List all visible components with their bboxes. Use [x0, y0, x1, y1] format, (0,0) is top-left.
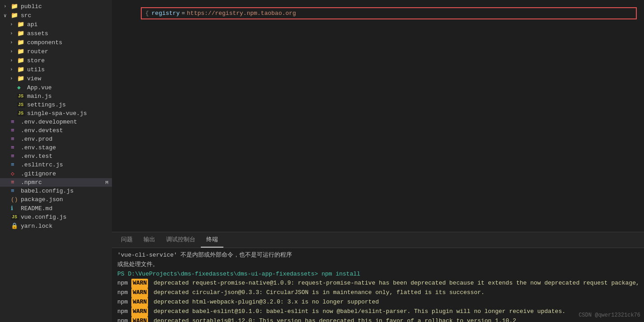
warn-text: deprecated html-webpack-plugin@3.2.0: 3.…: [150, 298, 379, 307]
curly-brace: {: [145, 10, 149, 17]
sidebar-item-label: single-spa-vue.js: [27, 110, 87, 117]
chevron-right-icon: ›: [10, 31, 17, 36]
npm-prefix: npm: [117, 279, 131, 288]
vue-icon: ◆: [17, 84, 25, 91]
sidebar-item-label: view: [27, 75, 41, 82]
folder-icon: 📁: [11, 3, 19, 10]
terminal-tab-debug-console[interactable]: 调试控制台: [161, 232, 201, 248]
sidebar-item-.env.prod[interactable]: ≡.env.prod: [0, 135, 112, 143]
sidebar-item-label: .env.test: [21, 153, 52, 160]
sidebar-item-label: settings.js: [27, 101, 66, 108]
modified-badge: M: [105, 180, 108, 185]
registry-value: https://registry.npm.taobao.org: [187, 10, 296, 17]
sidebar-item-.gitignore[interactable]: ◇.gitignore: [0, 169, 112, 178]
sidebar-item-main.js[interactable]: JSmain.js: [0, 92, 112, 101]
warn-label: WARN: [131, 317, 148, 322]
registry-block: { registry = https://registry.npm.taobao…: [141, 7, 637, 19]
chevron-right-icon: ›: [10, 58, 17, 63]
sidebar-item-label: assets: [27, 30, 48, 37]
npm-prefix: npm: [117, 307, 131, 317]
terminal-line: npm WARN deprecated html-webpack-plugin@…: [117, 298, 639, 307]
terminal-line: 或批处理文件。: [117, 260, 639, 270]
sidebar-item-store[interactable]: ›📁store: [0, 56, 112, 65]
npm-prefix: npm: [117, 317, 131, 322]
sidebar-item-.env.stage[interactable]: ≡.env.stage: [0, 143, 112, 152]
terminal-line: npm WARN deprecated request-promise-nati…: [117, 279, 639, 288]
config-icon: ≡: [11, 188, 19, 194]
sidebar-item-label: yarn.lock: [21, 223, 52, 230]
npmrc-icon: ≡: [11, 179, 19, 186]
sidebar-item-label: .npmrc: [21, 179, 42, 186]
sidebar-item-.env.devtest[interactable]: ≡.env.devtest: [0, 126, 112, 135]
warn-text: deprecated circular-json@0.3.3: Circular…: [150, 288, 484, 298]
sidebar-item-label: router: [27, 48, 48, 55]
readme-icon: ℹ: [11, 205, 19, 212]
warn-text: deprecated request-promise-native@1.0.9:…: [150, 279, 639, 288]
sidebar-item-public[interactable]: ›📁public: [0, 2, 112, 11]
sidebar-item-.env.test[interactable]: ≡.env.test: [0, 152, 112, 161]
sidebar-item-label: .eslintrc.js: [21, 161, 63, 168]
sidebar-item-label: .env.stage: [21, 144, 56, 151]
sidebar-item-App.vue[interactable]: ◆App.vue: [0, 83, 112, 92]
chevron-right-icon: ›: [10, 49, 17, 54]
sidebar-item-label: src: [21, 12, 31, 19]
terminal-tab-output[interactable]: 输出: [138, 232, 161, 248]
folder-icon: 📁: [17, 21, 25, 28]
js-icon: JS: [17, 102, 25, 108]
sidebar-item-yarn.lock[interactable]: 🔒yarn.lock: [0, 221, 112, 230]
sidebar-item-label: components: [27, 39, 62, 46]
sidebar-item-babel.config.js[interactable]: ≡babel.config.js: [0, 187, 112, 195]
terminal-panel: 问题输出调试控制台终端 'vue-cli-service' 不是内部或外部命令，…: [112, 232, 644, 322]
sidebar-item-router[interactable]: ›📁router: [0, 47, 112, 56]
editor-area: { registry = https://registry.npm.taobao…: [112, 0, 644, 232]
sidebar-item-label: vue.config.js: [21, 214, 66, 221]
chevron-down-icon: ∨: [4, 13, 11, 18]
watermark: CSDN @qwer12321ck76: [579, 312, 640, 318]
yarn-icon: 🔒: [11, 222, 19, 230]
main-content: { registry = https://registry.npm.taobao…: [112, 0, 644, 322]
folder-icon: 📁: [17, 57, 25, 64]
sidebar-item-view[interactable]: ›📁view: [0, 74, 112, 83]
terminal-line: 'vue-cli-service' 不是内部或外部命令，也不是可运行的程序: [117, 251, 639, 260]
chevron-right-icon: ›: [10, 22, 17, 27]
chevron-right-icon: ›: [10, 67, 17, 72]
sidebar-item-.env.development[interactable]: ≡.env.development: [0, 118, 112, 126]
sidebar-item-label: utils: [27, 66, 45, 73]
registry-equals: =: [181, 10, 185, 17]
sidebar-item-package.json[interactable]: ()package.json: [0, 195, 112, 204]
npm-prefix: npm: [117, 288, 131, 298]
chevron-right-icon: ›: [10, 40, 17, 45]
sidebar-item-label: App.vue: [27, 84, 52, 91]
git-icon: ◇: [11, 170, 19, 177]
sidebar-item-assets[interactable]: ›📁assets: [0, 29, 112, 38]
warn-label: WARN: [131, 298, 148, 307]
js-icon: JS: [11, 214, 19, 220]
sidebar-item-label: api: [27, 21, 37, 28]
sidebar-item-label: main.js: [27, 93, 52, 100]
sidebar-item-label: babel.config.js: [21, 188, 74, 194]
sidebar-item-settings.js[interactable]: JSsettings.js: [0, 101, 112, 109]
sidebar-item-README.md[interactable]: ℹREADME.md: [0, 204, 112, 213]
sidebar-item-api[interactable]: ›📁api: [0, 20, 112, 29]
warn-label: WARN: [131, 307, 148, 317]
sidebar-item-src[interactable]: ∨📁src: [0, 11, 112, 20]
terminal-tab-problems[interactable]: 问题: [116, 232, 138, 248]
terminal-tab-terminal[interactable]: 终端: [201, 232, 223, 248]
sidebar-item-.npmrc[interactable]: ≡.npmrcM: [0, 178, 112, 187]
sidebar-item-label: .env.development: [21, 119, 77, 125]
folder-icon: 📁: [17, 75, 25, 82]
sidebar-item-components[interactable]: ›📁components: [0, 38, 112, 47]
terminal-line: npm WARN deprecated sortablejs@1.12.0: T…: [117, 317, 639, 322]
env-icon: ≡: [11, 153, 19, 160]
editor-content: { registry = https://registry.npm.taobao…: [112, 4, 644, 228]
env-icon: ≡: [11, 136, 19, 143]
env-icon: ≡: [11, 119, 19, 125]
sidebar-item-vue.config.js[interactable]: JSvue.config.js: [0, 213, 112, 221]
sidebar-item-single-spa-vue.js[interactable]: JSsingle-spa-vue.js: [0, 109, 112, 118]
folder-icon: 📁: [17, 66, 25, 73]
sidebar-item-.eslintrc.js[interactable]: ≡.eslintrc.js: [0, 161, 112, 169]
sidebar-item-utils[interactable]: ›📁utils: [0, 65, 112, 74]
warn-label: WARN: [131, 279, 148, 288]
folder-icon: 📁: [11, 12, 19, 19]
registry-key: registry: [152, 10, 180, 17]
